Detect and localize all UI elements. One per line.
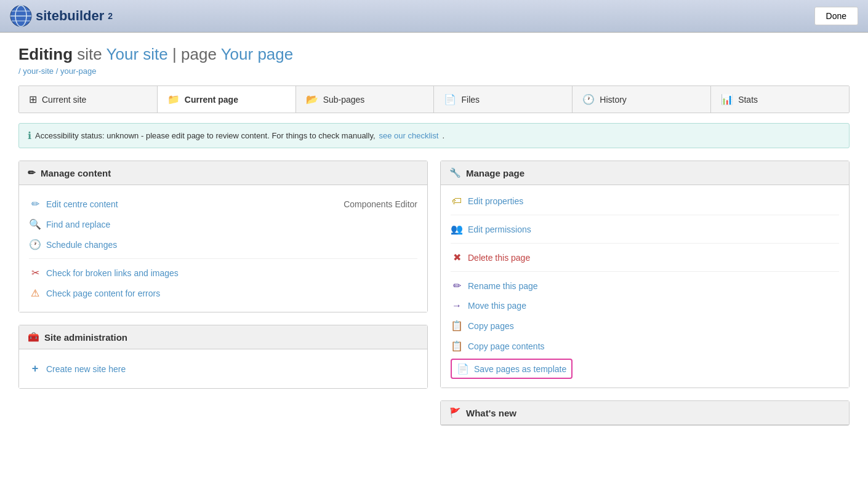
manage-content-header: ✏ Manage content (19, 161, 427, 185)
edit-permissions-label: Edit permissions (468, 225, 531, 234)
manage-content-title: Manage content (41, 168, 111, 178)
current-page-icon: 📁 (167, 93, 180, 105)
files-icon: 📄 (444, 93, 456, 105)
copy-contents-item[interactable]: 📋 Copy page contents (451, 336, 839, 356)
edit-permissions-item[interactable]: 👥 Edit permissions (451, 219, 839, 239)
schedule-changes-icon: 🕐 (29, 239, 41, 250)
divider-1 (29, 258, 417, 259)
copy-pages-icon: 📋 (451, 320, 463, 332)
panels: ✏ Manage content ✏ Edit centre content C… (18, 161, 850, 426)
tab-stats[interactable]: 📊 Stats (711, 86, 849, 113)
site-admin-title: Site administration (44, 332, 127, 343)
broken-links-item[interactable]: ✂ Check for broken links and images (29, 263, 417, 283)
schedule-changes-item[interactable]: 🕐 Schedule changes (29, 234, 417, 255)
info-icon: ℹ (28, 130, 31, 141)
move-page-icon: → (451, 300, 463, 311)
logo-sup: 2 (108, 11, 113, 21)
manage-page-icon: 🔧 (449, 167, 461, 178)
manage-page-section: 🔧 Manage page 🏷 Edit properties 👥 Edit p… (440, 161, 850, 388)
edit-centre-item[interactable]: ✏ Edit centre content Components Editor (29, 194, 417, 214)
move-page-item[interactable]: → Move this page (451, 296, 839, 316)
main-content: Editing site Your site | page Your page … (0, 33, 868, 489)
broken-links-label: Check for broken links and images (46, 268, 179, 278)
move-page-label: Move this page (468, 301, 526, 311)
site-name: Your site (106, 45, 168, 63)
done-button[interactable]: Done (814, 7, 858, 25)
current-site-icon: ⊞ (29, 93, 37, 105)
whats-new-header: 🚩 What's new (441, 401, 849, 425)
page-name: Your page (221, 45, 294, 63)
stats-icon: 📊 (721, 93, 733, 105)
divider-3 (451, 243, 839, 244)
save-template-label: Save pages as template (474, 364, 566, 374)
find-replace-icon: 🔍 (29, 218, 41, 230)
logo: sitebuilder2 (10, 5, 113, 27)
broken-links-icon: ✂ (29, 267, 41, 279)
site-admin-icon: 🧰 (28, 332, 39, 343)
manage-content-body: ✏ Edit centre content Components Editor … (19, 185, 427, 312)
save-template-wrapper[interactable]: 📄 Save pages as template (451, 356, 839, 381)
whats-new-icon: 🚩 (449, 407, 461, 418)
tab-sub-pages[interactable]: 📂 Sub-pages (296, 86, 435, 113)
rename-page-item[interactable]: ✏ Rename this page (451, 276, 839, 296)
page-errors-icon: ⚠ (29, 287, 41, 299)
site-admin-section: 🧰 Site administration + Create new site … (18, 325, 428, 389)
create-site-item[interactable]: + Create new site here (29, 358, 417, 380)
copy-pages-label: Copy pages (468, 321, 514, 331)
logo-globe-icon (10, 5, 32, 27)
tab-current-page[interactable]: 📁 Current page (158, 86, 296, 113)
accessibility-suffix: . (442, 131, 444, 140)
logo-text: sitebuilder (36, 8, 104, 24)
copy-contents-icon: 📋 (451, 340, 463, 352)
whats-new-title: What's new (466, 408, 516, 418)
create-site-label: Create new site here (46, 364, 126, 374)
history-icon: 🕐 (582, 93, 595, 105)
breadcrumb: / your-site / your-page (18, 66, 850, 76)
tab-sub-pages-label: Sub-pages (323, 95, 365, 105)
edit-permissions-icon: 👥 (451, 223, 463, 235)
tabs-bar: ⊞ Current site 📁 Current page 📂 Sub-page… (18, 85, 850, 113)
tab-history-label: History (600, 95, 627, 105)
edit-centre-icon: ✏ (29, 198, 41, 210)
divider-4 (451, 271, 839, 272)
panel-left: ✏ Manage content ✏ Edit centre content C… (18, 161, 428, 426)
copy-contents-label: Copy page contents (468, 341, 545, 351)
tab-current-site[interactable]: ⊞ Current site (19, 86, 158, 113)
schedule-changes-label: Schedule changes (46, 240, 117, 250)
accessibility-bar: ℹ Accessibility status: unknown - please… (18, 123, 850, 148)
save-template-item[interactable]: 📄 Save pages as template (451, 359, 573, 379)
manage-page-title: Manage page (466, 168, 524, 178)
find-replace-item[interactable]: 🔍 Find and replace (29, 214, 417, 234)
edit-properties-label: Edit properties (468, 196, 523, 206)
manage-page-body: 🏷 Edit properties 👥 Edit permissions ✖ D… (441, 185, 849, 388)
create-site-icon: + (29, 362, 41, 375)
components-editor-label: Components Editor (344, 199, 417, 209)
whats-new-section: 🚩 What's new (440, 400, 850, 426)
tab-stats-label: Stats (738, 95, 758, 105)
manage-page-header: 🔧 Manage page (441, 161, 849, 185)
rename-page-icon: ✏ (451, 280, 463, 292)
site-admin-body: + Create new site here (19, 349, 427, 388)
sub-pages-icon: 📂 (306, 93, 318, 105)
tab-files[interactable]: 📄 Files (434, 86, 573, 113)
page-title: Editing site Your site | page Your page (18, 45, 850, 64)
editing-label: Editing (18, 45, 73, 63)
copy-pages-item[interactable]: 📋 Copy pages (451, 316, 839, 336)
delete-page-icon: ✖ (451, 252, 463, 263)
manage-content-icon: ✏ (28, 167, 36, 178)
edit-properties-item[interactable]: 🏷 Edit properties (451, 191, 839, 211)
site-admin-header: 🧰 Site administration (19, 325, 427, 349)
tab-current-page-label: Current page (185, 95, 238, 105)
top-bar: sitebuilder2 Done (0, 0, 868, 33)
separator: | (172, 45, 177, 63)
checklist-link[interactable]: see our checklist (379, 131, 439, 140)
tab-history[interactable]: 🕐 History (573, 86, 711, 113)
tab-files-label: Files (461, 95, 480, 105)
page-errors-item[interactable]: ⚠ Check page content for errors (29, 283, 417, 303)
find-replace-label: Find and replace (46, 220, 110, 229)
delete-page-item[interactable]: ✖ Delete this page (451, 247, 839, 268)
tab-current-site-label: Current site (42, 95, 86, 105)
edit-properties-icon: 🏷 (451, 196, 463, 207)
rename-page-label: Rename this page (468, 281, 538, 291)
delete-page-label: Delete this page (468, 253, 530, 263)
